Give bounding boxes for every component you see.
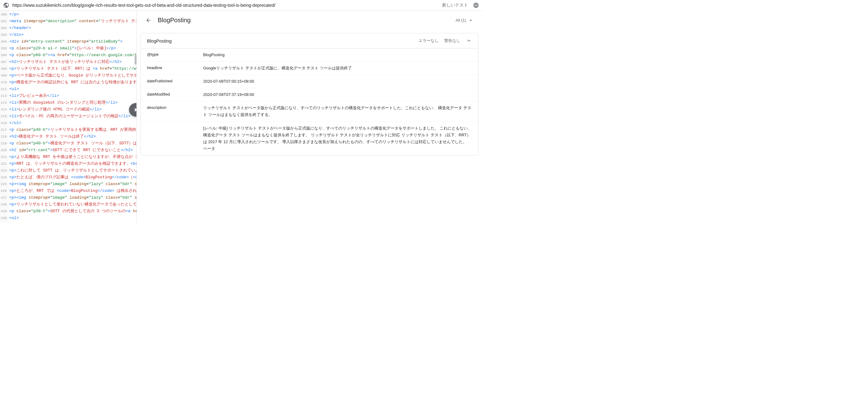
property-row[interactable]: dateModified2020-07-08T07:37:19+09:00 bbox=[141, 88, 478, 101]
line-number: 227 bbox=[0, 194, 9, 201]
code-line[interactable]: <p class="p40-b">構造化データ テスト ツール（以下、SDTT）… bbox=[9, 140, 136, 147]
code-line[interactable]: <p>RRT は、リッチリザルトの構造化データのみを検証できます。<br />言… bbox=[9, 160, 136, 167]
line-number: 221 bbox=[0, 154, 9, 160]
code-line[interactable]: </div> bbox=[9, 31, 136, 38]
code-line[interactable]: <li>プレビュー表示</li> bbox=[9, 93, 136, 99]
line-number: 216 bbox=[0, 120, 9, 127]
chevron-up-icon[interactable] bbox=[466, 38, 472, 44]
line-number: 228 bbox=[0, 201, 9, 208]
card-title: BlogPosting bbox=[147, 38, 413, 43]
code-line[interactable]: <meta itemprop="description" content="リッ… bbox=[9, 18, 136, 25]
detail-header: BlogPosting All (1) bbox=[137, 10, 482, 30]
line-number: 229 bbox=[0, 208, 9, 215]
line-number: 231 bbox=[0, 222, 9, 223]
line-number: 222 bbox=[0, 160, 9, 167]
code-panel: 2002012022032042052062072082092102112122… bbox=[0, 10, 136, 223]
line-number: 224 bbox=[0, 174, 9, 181]
url-display: https://www.suzukikenichi.com/blog/googl… bbox=[12, 3, 442, 8]
code-line[interactable]: <div id="entry-content" itemprop="articl… bbox=[9, 38, 136, 45]
property-row[interactable]: datePublished2020-07-08T07:00:15+09:00 bbox=[141, 75, 478, 88]
property-key: @type bbox=[147, 52, 203, 58]
line-number: 208 bbox=[0, 65, 9, 72]
code-line[interactable]: <p>ベータ版から正式版になり、Google がリッチリザルトとしてサポートする… bbox=[9, 72, 136, 79]
line-number: 210 bbox=[0, 79, 9, 86]
code-line[interactable]: <p><img itemprop="image" loading="lazy" … bbox=[9, 194, 136, 201]
line-number: 218 bbox=[0, 133, 9, 140]
property-row[interactable]: [レベル: 中級] リッチリザルト テストがベータ版から正式版になり、すべてのリ… bbox=[141, 122, 478, 155]
result-card: BlogPosting エラーなし 警告なし @typeBlogPostingh… bbox=[141, 33, 478, 156]
property-key bbox=[147, 125, 203, 152]
globe-icon bbox=[3, 2, 9, 8]
filter-label: All (1) bbox=[456, 18, 466, 23]
detail-panel: BlogPosting All (1) BlogPosting エラーなし 警告… bbox=[136, 10, 482, 223]
code-line[interactable]: <p>リッチリザルトとして使われていない構造化データであったとしても、実装するこ… bbox=[9, 201, 136, 208]
line-number: 206 bbox=[0, 52, 9, 59]
app-header: https://www.suzukikenichi.com/blog/googl… bbox=[0, 0, 482, 10]
line-number: 215 bbox=[0, 113, 9, 120]
code-line[interactable]: <p>たとえば、僕のブログ記事は <code>BlogPosting</code… bbox=[9, 174, 136, 181]
property-row[interactable]: descriptionリッチリザルト テストがベータ版から正式版になり、すべての… bbox=[141, 101, 478, 122]
line-number: 230 bbox=[0, 215, 9, 222]
code-line[interactable]: <ul> bbox=[9, 215, 136, 222]
code-line[interactable]: <p class="p40-b">リッチリザルトを実装する際は、RRT が実用的… bbox=[9, 127, 136, 133]
code-line[interactable]: </header> bbox=[9, 25, 136, 31]
back-arrow-icon[interactable] bbox=[145, 17, 152, 24]
property-key: headline bbox=[147, 65, 203, 72]
property-key: datePublished bbox=[147, 78, 203, 85]
line-number: 214 bbox=[0, 106, 9, 113]
code-line[interactable]: <p class="p60-b"><a href="https://search… bbox=[9, 52, 136, 59]
code-line[interactable]: <li>実際の Googlebot のレンダリングと同じ処理</li> bbox=[9, 99, 136, 106]
line-number: 203 bbox=[0, 31, 9, 38]
card-header[interactable]: BlogPosting エラーなし 警告なし bbox=[141, 33, 478, 48]
play-icon bbox=[133, 107, 136, 113]
code-line[interactable]: </p> bbox=[9, 11, 136, 18]
code-line[interactable]: <h2 id="rrt-cant">SDTT にできて RRT にできないこと<… bbox=[9, 147, 136, 154]
line-number: 205 bbox=[0, 45, 9, 52]
line-number: 201 bbox=[0, 18, 9, 25]
line-number: 202 bbox=[0, 25, 9, 31]
code-line[interactable]: <p class="p30-t">SDTT の代替として次の 3 つのツールの<… bbox=[9, 208, 136, 215]
language-icon[interactable] bbox=[473, 2, 479, 8]
property-value: BlogPosting bbox=[203, 52, 472, 58]
code-view[interactable]: </p><meta itemprop="description" content… bbox=[9, 10, 136, 223]
code-line[interactable]: <p>構造化データの検証以外にも RRT には次のような特徴があります。</p> bbox=[9, 79, 136, 86]
code-line[interactable]: <p>リッチリザルト テスト（以下、RRT）は <a href="https:/… bbox=[9, 65, 136, 72]
line-gutter: 2002012022032042052062072082092102112122… bbox=[0, 10, 9, 223]
code-line[interactable]: <li><a href="https://www.bing.com/webmas… bbox=[9, 222, 136, 223]
no-warnings-badge: 警告なし bbox=[444, 38, 460, 43]
line-number: 204 bbox=[0, 38, 9, 45]
code-line[interactable]: <ul> bbox=[9, 86, 136, 93]
property-key: dateModified bbox=[147, 91, 203, 98]
code-line[interactable]: <p>これに対して SDTT は、リッチリザルトとしてサポートされていようがされ… bbox=[9, 167, 136, 174]
code-line[interactable]: <p><img itemprop="image" loading="lazy" … bbox=[9, 181, 136, 188]
code-line[interactable]: <li>レンダリング後の HTML コードの確認</li> bbox=[9, 106, 136, 113]
line-number: 217 bbox=[0, 127, 9, 133]
property-row[interactable]: @typeBlogPosting bbox=[141, 48, 478, 62]
line-number: 207 bbox=[0, 59, 9, 65]
property-key: description bbox=[147, 105, 203, 118]
line-number: 211 bbox=[0, 86, 9, 93]
code-line[interactable]: <li>モバイル・PC の両方のユーザーエージェントでの検証</li> bbox=[9, 113, 136, 120]
new-test-button[interactable]: 新しいテスト bbox=[442, 2, 468, 8]
property-value: リッチリザルト テストがベータ版から正式版になり、すべてのリッチリザルトの構造化… bbox=[203, 105, 472, 118]
property-value: Googleリッチリザルト テストが正式版に、構造化データ テスト ツールは提供… bbox=[203, 65, 472, 72]
line-number: 213 bbox=[0, 99, 9, 106]
line-number: 220 bbox=[0, 147, 9, 154]
property-row[interactable]: headlineGoogleリッチリザルト テストが正式版に、構造化データ テス… bbox=[141, 62, 478, 75]
line-number: 209 bbox=[0, 72, 9, 79]
detail-title: BlogPosting bbox=[158, 16, 456, 24]
code-line[interactable]: <p>ところが、RRT では <code>BlogPosting</code> … bbox=[9, 188, 136, 194]
main-content: 2002012022032042052062072082092102112122… bbox=[0, 10, 482, 223]
line-number: 225 bbox=[0, 181, 9, 188]
code-line[interactable]: <p>より高機能な RRT を今後は使うことになりますが、不便な点が 1 つ出て… bbox=[9, 154, 136, 160]
code-line[interactable]: </ul> bbox=[9, 120, 136, 127]
filter-dropdown[interactable]: All (1) bbox=[456, 18, 473, 23]
code-line[interactable]: <p class="p20-b al-r small">[レベル: 中級]</p… bbox=[9, 45, 136, 52]
property-value: [レベル: 中級] リッチリザルト テストがベータ版から正式版になり、すべてのリ… bbox=[203, 125, 472, 152]
code-line[interactable]: <h2>構造化データ テスト ツールは終了</h2> bbox=[9, 133, 136, 140]
property-value: 2020-07-08T07:37:19+09:00 bbox=[203, 91, 472, 98]
code-line[interactable]: <h2>リッチリザルト テストが全リッチリザルトに対応</h2> bbox=[9, 59, 136, 65]
property-value: 2020-07-08T07:00:15+09:00 bbox=[203, 78, 472, 85]
line-number: 226 bbox=[0, 188, 9, 194]
properties-list: @typeBlogPostingheadlineGoogleリッチリザルト テス… bbox=[141, 48, 478, 155]
